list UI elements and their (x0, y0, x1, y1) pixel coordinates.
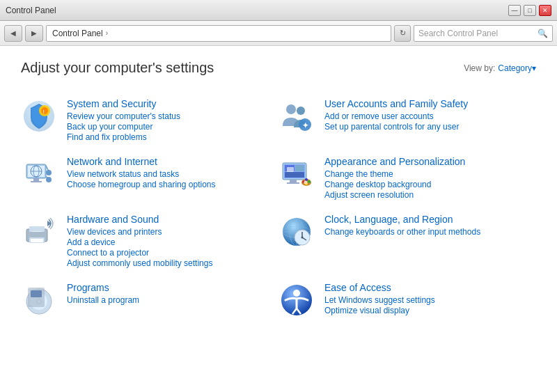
programs-links: Uninstall a program (67, 295, 272, 305)
desktop-background-link[interactable]: Change desktop background (324, 180, 529, 189)
category-clock: Clock, Language, and Region Change keybo… (278, 208, 536, 276)
user-accounts-links: Add or remove user accounts Set up paren… (324, 111, 529, 132)
search-placeholder: Search Control Panel (418, 29, 538, 38)
network-text: Network and Internet View network status… (67, 156, 272, 189)
category-appearance: Appearance and Personalization Change th… (278, 150, 536, 208)
category-user-accounts: ✦ User Accounts and Family Safety Add or… (278, 93, 536, 150)
search-icon: 🔍 (538, 29, 548, 38)
appearance-text: Appearance and Personalization Change th… (324, 156, 529, 200)
page-title: Adjust your computer's settings (21, 60, 214, 76)
page-header: Adjust your computer's settings View by:… (21, 60, 536, 76)
homegroup-link[interactable]: Choose homegroup and sharing options (67, 180, 272, 189)
window-controls: — □ ✕ (508, 5, 551, 16)
svg-rect-25 (290, 180, 297, 182)
close-button[interactable]: ✕ (539, 5, 551, 16)
clock-name[interactable]: Clock, Language, and Region (324, 214, 529, 225)
uninstall-program-link[interactable]: Uninstall a program (67, 295, 272, 305)
add-device-link[interactable]: Add a device (67, 237, 272, 247)
ease-of-access-icon (278, 282, 315, 318)
visual-display-link[interactable]: Optimize visual display (324, 306, 529, 315)
clock-icon (278, 214, 315, 250)
change-theme-link[interactable]: Change the theme (324, 169, 529, 179)
parental-controls-link[interactable]: Set up parental controls for any user (324, 122, 529, 132)
refresh-button[interactable]: ↻ (394, 25, 411, 42)
review-computer-link[interactable]: Review your computer's status (67, 111, 272, 121)
network-links: View network status and tasks Choose hom… (67, 169, 272, 189)
address-bar: ◀ ▶ Control Panel › ↻ Search Control Pan… (0, 21, 557, 46)
network-status-link[interactable]: View network status and tasks (67, 169, 272, 179)
svg-point-2 (41, 107, 48, 114)
ease-of-access-links: Let Windows suggest settings Optimize vi… (324, 295, 529, 315)
svg-point-4 (286, 104, 296, 114)
svg-rect-22 (295, 165, 304, 171)
svg-point-5 (297, 107, 305, 115)
maximize-button[interactable]: □ (524, 5, 536, 16)
system-security-text: System and Security Review your computer… (67, 98, 272, 142)
network-name[interactable]: Network and Internet (67, 156, 272, 167)
system-security-name[interactable]: System and Security (67, 98, 272, 109)
add-remove-accounts-link[interactable]: Add or remove user accounts (324, 111, 529, 121)
programs-name[interactable]: Programs (67, 282, 272, 293)
hardware-sound-text: Hardware and Sound View devices and prin… (67, 214, 272, 268)
svg-rect-26 (287, 182, 299, 184)
svg-rect-23 (285, 172, 304, 178)
path-segment: Control Panel (52, 29, 103, 38)
appearance-icon (278, 156, 315, 192)
ease-of-access-text: Ease of Access Let Windows suggest setti… (324, 282, 529, 315)
categories-grid: ! System and Security Review your comput… (21, 93, 536, 327)
category-system-security: ! System and Security Review your comput… (21, 93, 278, 150)
user-accounts-icon: ✦ (278, 98, 315, 134)
window-title: Control Panel (6, 6, 56, 15)
hardware-sound-links: View devices and printers Add a device C… (67, 227, 272, 268)
connect-projector-link[interactable]: Connect to a projector (67, 248, 272, 258)
windows-suggest-link[interactable]: Let Windows suggest settings (324, 295, 529, 305)
svg-rect-11 (31, 181, 42, 182)
mobility-settings-link[interactable]: Adjust commonly used mobility settings (67, 258, 272, 268)
clock-text: Clock, Language, and Region Change keybo… (324, 214, 529, 237)
address-path[interactable]: Control Panel › (46, 25, 391, 42)
devices-printers-link[interactable]: View devices and printers (67, 227, 272, 237)
svg-rect-10 (33, 178, 39, 181)
category-ease-of-access: Ease of Access Let Windows suggest setti… (278, 276, 536, 327)
clock-links: Change keyboards or other input methods (324, 227, 529, 237)
search-box[interactable]: Search Control Panel 🔍 (414, 25, 553, 42)
user-accounts-name[interactable]: User Accounts and Family Safety (324, 98, 529, 109)
category-hardware-sound: Hardware and Sound View devices and prin… (21, 208, 278, 276)
system-security-icon: ! (21, 98, 57, 134)
appearance-links: Change the theme Change desktop backgrou… (324, 169, 529, 200)
system-security-links: Review your computer's status Back up yo… (67, 111, 272, 142)
fix-problems-link[interactable]: Find and fix problems (67, 132, 272, 142)
svg-rect-36 (31, 239, 43, 242)
view-by-label: View by: (464, 63, 495, 73)
hardware-sound-name[interactable]: Hardware and Sound (67, 214, 272, 225)
svg-rect-37 (32, 231, 42, 232)
back-button[interactable]: ◀ (4, 25, 22, 42)
ease-of-access-name[interactable]: Ease of Access (324, 282, 529, 293)
appearance-name[interactable]: Appearance and Personalization (324, 156, 529, 167)
network-icon (21, 156, 57, 192)
programs-icon (21, 282, 57, 318)
svg-text:✦: ✦ (302, 121, 308, 130)
forward-button[interactable]: ▶ (25, 25, 43, 42)
category-network: Network and Internet View network status… (21, 150, 278, 208)
svg-point-29 (305, 178, 308, 181)
svg-point-30 (308, 180, 311, 183)
backup-computer-link[interactable]: Back up your computer (67, 122, 272, 132)
svg-rect-53 (31, 290, 42, 297)
category-programs: Programs Uninstall a program (21, 276, 278, 327)
svg-rect-24 (287, 167, 294, 172)
svg-point-55 (293, 290, 300, 297)
view-by-control[interactable]: View by: Category▾ (464, 63, 536, 73)
view-by-value[interactable]: Category▾ (498, 63, 536, 73)
svg-text:!: ! (43, 109, 45, 114)
title-bar: Control Panel — □ ✕ (0, 0, 557, 21)
keyboards-link[interactable]: Change keyboards or other input methods (324, 227, 529, 237)
path-arrow: › (106, 29, 108, 37)
svg-rect-34 (29, 226, 45, 232)
programs-text: Programs Uninstall a program (67, 282, 272, 305)
screen-resolution-link[interactable]: Adjust screen resolution (324, 190, 529, 200)
minimize-button[interactable]: — (508, 5, 521, 16)
user-accounts-text: User Accounts and Family Safety Add or r… (324, 98, 529, 132)
main-content: Adjust your computer's settings View by:… (0, 46, 557, 392)
svg-point-32 (304, 181, 308, 185)
